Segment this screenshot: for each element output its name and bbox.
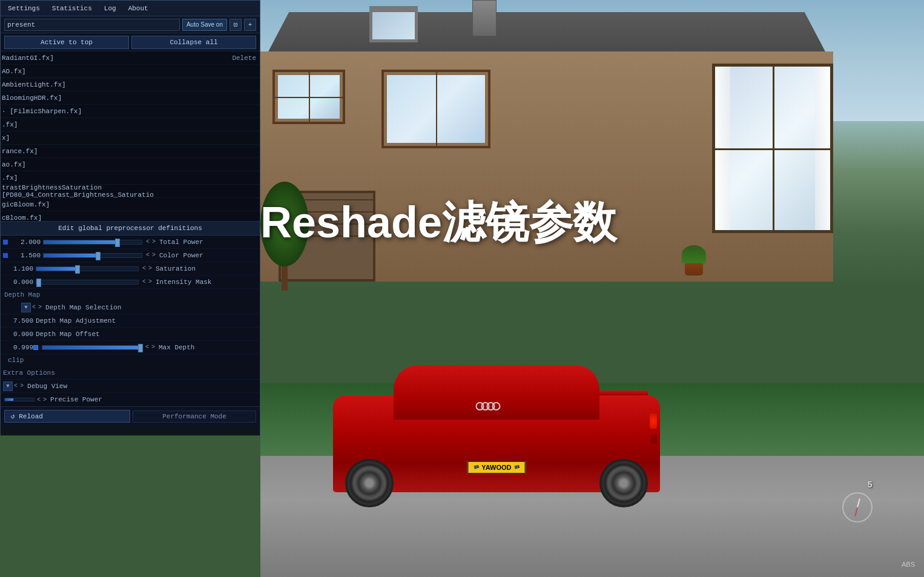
param-value-total-power: 2.000 — [10, 239, 41, 246]
param-value-depth-map-offset: 0.000 — [3, 331, 33, 338]
param-indicator-max-depth — [33, 345, 38, 350]
param-value-saturation: 1.100 — [3, 265, 33, 272]
reload-button[interactable]: ↺ Reload — [4, 410, 130, 423]
dropdown-depth-map[interactable]: ▼ — [21, 303, 31, 312]
menu-bar: Settings Statistics Log About — [1, 1, 260, 16]
top-toolbar: Auto Save on ⊡ + — [1, 16, 260, 33]
effect-name-8: ao.fx] — [2, 161, 26, 168]
action-row: Active to top Collapse all — [1, 33, 260, 51]
param-slider-thumb-max-depth — [138, 344, 143, 352]
param-depth-map-offset: 0.000 Depth Map Offset — [1, 328, 260, 341]
effect-item-1[interactable]: AO.fx] — [1, 65, 260, 78]
param-arrow-right-precise[interactable]: > — [42, 397, 48, 403]
menu-about[interactable]: About — [126, 4, 151, 13]
effect-name-6: x] — [2, 134, 10, 142]
param-arrow-left-color-power[interactable]: < — [145, 252, 151, 259]
effect-name-12: cBloom.fx] — [2, 214, 42, 222]
preset-input[interactable] — [4, 19, 180, 31]
audi-logo — [478, 402, 501, 410]
effect-item-8[interactable]: ao.fx] — [1, 158, 260, 171]
depth-map-section-label: Depth Map — [1, 289, 260, 301]
effect-item-2[interactable]: AmbientLight.fx] — [1, 78, 260, 91]
effect-name-10: trastBrightnessSaturation [PD80_04_Contr… — [2, 184, 256, 199]
param-slider-thumb-saturation — [75, 265, 80, 274]
preprocessor-header: Edit global preprocessor definitions — [1, 222, 260, 236]
param-value-intensity-mask: 0.000 — [3, 279, 33, 286]
effect-item-11[interactable]: gicBloom.fx] — [1, 198, 260, 211]
param-arrow-right-color-power[interactable]: > — [151, 252, 157, 259]
dormer — [369, 6, 418, 42]
effect-item-5[interactable]: .fx] — [1, 118, 260, 131]
performance-mode-button[interactable]: Performance Mode — [133, 410, 256, 423]
param-color-power: 1.500 < > Color Power — [1, 249, 260, 262]
param-arrow-right-depth-map-sel[interactable]: > — [37, 304, 43, 311]
param-slider-saturation[interactable] — [36, 266, 139, 271]
effect-item-9[interactable]: .fx] — [1, 171, 260, 185]
param-arrow-left-intensity-mask[interactable]: < — [141, 279, 147, 285]
param-label-precise-power: Precise Power — [48, 396, 257, 403]
collapse-all-button[interactable]: Collapse all — [131, 36, 256, 49]
effect-name-7: rance.fx] — [2, 148, 38, 155]
param-slider-fill-max-depth — [42, 346, 140, 349]
bottom-toolbar: ↺ Reload Performance Mode — [1, 406, 260, 426]
param-label-intensity-mask: Intensity Mask — [153, 279, 257, 286]
param-arrow-left-depth-map-sel[interactable]: < — [31, 304, 37, 311]
param-slider-intensity-mask[interactable] — [36, 280, 139, 285]
param-arrow-right-saturation[interactable]: > — [147, 265, 153, 272]
menu-statistics[interactable]: Statistics — [50, 4, 94, 13]
extra-options-row: Extra Options — [1, 366, 260, 380]
effect-item-3[interactable]: BloomingHDR.fx] — [1, 91, 260, 105]
param-arrow-left-max-depth[interactable]: < — [144, 344, 150, 351]
param-value-color-power: 1.500 — [10, 252, 41, 259]
effect-name-0: RadiantGI.fx] — [2, 54, 54, 62]
param-arrow-left-debug-view[interactable]: < — [13, 383, 19, 389]
effect-name-4: · [FilmicSharpen.fx] — [2, 108, 82, 115]
license-plate: 🏴 YAWOOD 🏴 — [467, 461, 526, 474]
effect-item-0[interactable]: RadiantGI.fx] Delete — [1, 51, 260, 65]
abs-indicator: ABS — [902, 561, 915, 568]
param-arrow-left-total-power[interactable]: < — [145, 239, 151, 245]
param-precise-power: < > Precise Power — [1, 393, 260, 406]
mini-slider-precise[interactable] — [4, 398, 35, 401]
param-arrow-right-intensity-mask[interactable]: > — [147, 279, 153, 285]
menu-log[interactable]: Log — [102, 4, 119, 13]
param-slider-fill-total-power — [44, 240, 117, 244]
param-label-debug-view: Debug View — [25, 383, 257, 390]
effect-item-6[interactable]: x] — [1, 131, 260, 145]
param-label-depth-map-offset: Depth Map Offset — [33, 331, 257, 338]
param-arrow-left-precise[interactable]: < — [36, 397, 42, 403]
param-debug-view: ▼ < > Debug View — [1, 380, 260, 393]
param-arrow-right-max-depth[interactable]: > — [150, 344, 156, 351]
menu-settings[interactable]: Settings — [5, 4, 42, 13]
effect-name-11: gicBloom.fx] — [2, 201, 50, 208]
param-label-depth-map-selection: Depth Map Selection — [43, 304, 257, 311]
effect-item-4[interactable]: · [FilmicSharpen.fx] — [1, 105, 260, 118]
param-total-power: 2.000 < > Total Power — [1, 236, 260, 249]
add-icon-button[interactable]: + — [244, 19, 256, 31]
auto-save-button[interactable]: Auto Save on — [182, 19, 227, 31]
param-slider-total-power[interactable] — [43, 240, 142, 245]
effect-item-10[interactable]: trastBrightnessSaturation [PD80_04_Contr… — [1, 185, 260, 198]
dropdown-debug-view[interactable]: ▼ — [3, 381, 13, 391]
effect-delete-0[interactable]: Delete — [232, 54, 256, 62]
effect-item-12[interactable]: cBloom.fx] — [1, 211, 260, 221]
overlay-text: Reshade滤镜参数 — [260, 194, 616, 252]
param-arrow-right-total-power[interactable]: > — [151, 239, 157, 245]
effect-name-2: AmbientLight.fx] — [2, 81, 66, 88]
active-to-top-button[interactable]: Active to top — [4, 36, 129, 49]
param-label-total-power: Total Power — [157, 239, 257, 246]
param-label-max-depth: Max Depth — [156, 344, 257, 351]
compass: 5 — [839, 480, 876, 541]
effect-item-7[interactable]: rance.fx] — [1, 145, 260, 158]
save-icon-button[interactable]: ⊡ — [229, 19, 242, 31]
param-arrow-left-saturation[interactable]: < — [141, 265, 147, 272]
param-label-saturation: Saturation — [153, 265, 257, 272]
param-slider-color-power[interactable] — [43, 253, 142, 258]
param-slider-thumb-intensity-mask — [36, 279, 41, 287]
param-value-depth-map-adjustment: 7.500 — [3, 317, 33, 325]
param-slider-max-depth[interactable] — [42, 345, 142, 350]
param-depth-map-selection: ▼ < > Depth Map Selection — [1, 301, 260, 314]
param-arrow-right-debug-view[interactable]: > — [19, 383, 25, 389]
param-max-depth: 0.999 < > Max Depth — [1, 341, 260, 354]
param-slider-thumb-color-power — [96, 252, 101, 260]
